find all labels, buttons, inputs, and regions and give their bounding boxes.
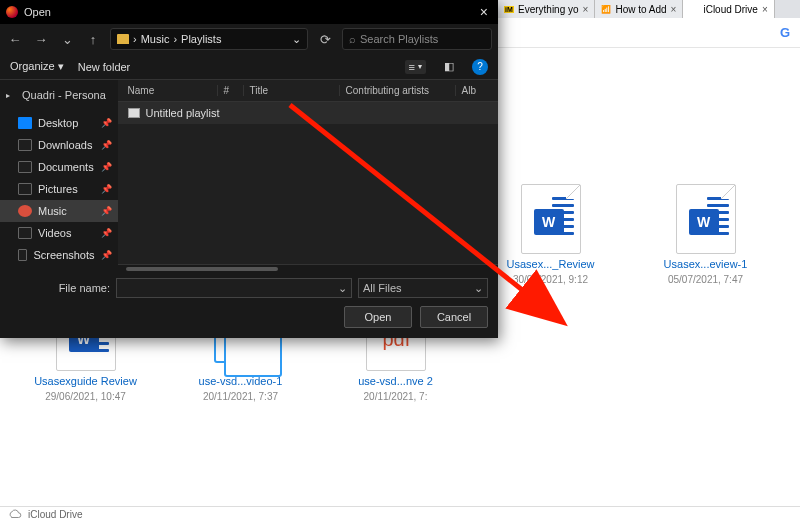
search-icon: ⌕ [349, 33, 356, 45]
open-button[interactable]: Open [344, 306, 412, 328]
preview-pane-button[interactable]: ◧ [440, 58, 458, 76]
tab-close-icon[interactable]: × [762, 4, 768, 15]
iM-favicon: iM [504, 4, 514, 14]
file-name: use-vsd...nve 2 [358, 375, 433, 389]
file-date: 29/06/2021, 10:47 [45, 391, 126, 402]
nav-forward-button[interactable]: → [32, 32, 50, 47]
pin-icon: 📌 [101, 184, 112, 194]
down-icon [18, 139, 32, 151]
chevron-down-icon[interactable]: ⌄ [292, 33, 301, 46]
doc-icon [18, 161, 32, 173]
browser-tab[interactable]: iCloud Drive× [683, 0, 774, 18]
file-date: 20/11/2021, 7: [364, 391, 428, 402]
sidebar-item-label: Documents [38, 161, 94, 173]
dialog-toolbar: Organize ▾ New folder ≡▾ ◧ ? [0, 54, 498, 80]
sidebar-item-desktop[interactable]: Desktop📌 [0, 112, 118, 134]
filename-input[interactable]: ⌄ [116, 278, 352, 298]
dialog-titlebar: Open × [0, 0, 498, 24]
search-input[interactable]: ⌕ Search Playlists [342, 28, 492, 50]
nav-up-button[interactable]: ↑ [84, 32, 102, 47]
column-number[interactable]: # [224, 85, 244, 96]
organize-menu[interactable]: Organize ▾ [10, 60, 64, 73]
sidebar-item-screenshots[interactable]: Screenshots📌 [0, 244, 118, 266]
search-placeholder: Search Playlists [360, 33, 438, 45]
vid-icon [18, 227, 32, 239]
filename-label: File name: [10, 282, 110, 294]
file-name: Usasexguide Review [34, 375, 137, 389]
view-mode-button[interactable]: ≡▾ [405, 60, 426, 74]
pin-icon: 📌 [101, 140, 112, 150]
dialog-sidebar: ▸ Quadri - Persona Desktop📌Downloads📌Doc… [0, 80, 118, 272]
nav-back-button[interactable]: ← [6, 32, 24, 47]
desktop-icon [18, 117, 32, 129]
tab-close-icon[interactable]: × [671, 4, 677, 15]
sidebar-group-label: Quadri - Persona [22, 89, 106, 101]
browser-chrome: G [498, 18, 800, 48]
sidebar-item-label: Music [38, 205, 67, 217]
pic-icon [18, 183, 32, 195]
pin-icon: 📌 [101, 162, 112, 172]
new-folder-button[interactable]: New folder [78, 61, 131, 73]
column-album[interactable]: Alb [462, 85, 482, 96]
sidebar-item-pictures[interactable]: Pictures📌 [0, 178, 118, 200]
sidebar-item-downloads[interactable]: Downloads📌 [0, 134, 118, 156]
file-name: Usasex..._Review [506, 258, 594, 272]
sidebar-item-documents[interactable]: Documents📌 [0, 156, 118, 178]
close-icon[interactable]: × [476, 4, 492, 20]
browser-tabs: iMEverything yo×📶How to Add×iCloud Drive… [498, 0, 800, 18]
folder-icon [117, 34, 129, 44]
app-icon [6, 6, 18, 18]
browser-tab[interactable]: 📶How to Add× [595, 0, 683, 18]
sidebar-item-label: Videos [38, 227, 71, 239]
breadcrumb-part[interactable]: Music [141, 33, 170, 45]
sidebar-item-label: Screenshots [33, 249, 94, 261]
word-document-icon: W [511, 184, 591, 254]
file-filter-select[interactable]: All Files⌄ [358, 278, 488, 298]
music-icon [18, 205, 32, 217]
pin-icon: 📌 [101, 250, 112, 260]
file-name: Usasex...eview-1 [664, 258, 748, 272]
playlist-row[interactable]: Untitled playlist [118, 102, 498, 124]
playlist-file-icon [128, 108, 140, 118]
breadcrumb-sep: › [173, 33, 177, 45]
refresh-button[interactable]: ⟳ [316, 32, 334, 47]
sidebar-item-label: Desktop [38, 117, 78, 129]
google-logo[interactable]: G [780, 25, 790, 40]
sidebar-item-music[interactable]: Music📌 [0, 200, 118, 222]
tab-close-icon[interactable]: × [583, 4, 589, 15]
tab-label: How to Add [615, 4, 666, 15]
sidebar-item-videos[interactable]: Videos📌 [0, 222, 118, 244]
breadcrumb-sep: › [133, 33, 137, 45]
browser-tab[interactable]: iMEverything yo× [498, 0, 595, 18]
ss-icon [18, 249, 27, 261]
file-filter-value: All Files [363, 282, 402, 294]
cloud-icon [8, 509, 22, 521]
cancel-button[interactable]: Cancel [420, 306, 488, 328]
help-button[interactable]: ? [472, 59, 488, 75]
file-date: 20/11/2021, 7:37 [203, 391, 278, 402]
sidebar-item-label: Pictures [38, 183, 78, 195]
column-artists[interactable]: Contributing artists [346, 85, 456, 96]
nav-recent-dropdown[interactable]: ⌄ [58, 32, 76, 47]
file-list-pane: Name # Title Contributing artists Alb Un… [118, 80, 498, 272]
dialog-title: Open [24, 6, 476, 18]
chevron-right-icon: ▸ [6, 91, 10, 100]
breadcrumb[interactable]: › Music › Playlists ⌄ [110, 28, 308, 50]
apple-favicon [689, 4, 699, 14]
file-date: 30/06/2021, 9:12 [513, 274, 588, 285]
sidebar-group[interactable]: ▸ Quadri - Persona [0, 84, 118, 106]
file-name: use-vsd...video-1 [199, 375, 283, 389]
column-headers[interactable]: Name # Title Contributing artists Alb [118, 80, 498, 102]
dialog-nav: ← → ⌄ ↑ › Music › Playlists ⌄ ⟳ ⌕ Search… [0, 24, 498, 54]
dialog-footer: File name: ⌄ All Files⌄ Open Cancel [0, 272, 498, 338]
tab-label: iCloud Drive [703, 4, 757, 15]
file-tile[interactable]: WUsasex...eview-105/07/2021, 7:47 [628, 178, 783, 295]
column-title[interactable]: Title [250, 85, 340, 96]
column-name[interactable]: Name [128, 85, 218, 96]
pin-icon: 📌 [101, 228, 112, 238]
breadcrumb-part[interactable]: Playlists [181, 33, 221, 45]
status-text: iCloud Drive [28, 509, 82, 520]
pin-icon: 📌 [101, 206, 112, 216]
word-document-icon: W [666, 184, 746, 254]
horizontal-scrollbar[interactable] [118, 264, 498, 272]
